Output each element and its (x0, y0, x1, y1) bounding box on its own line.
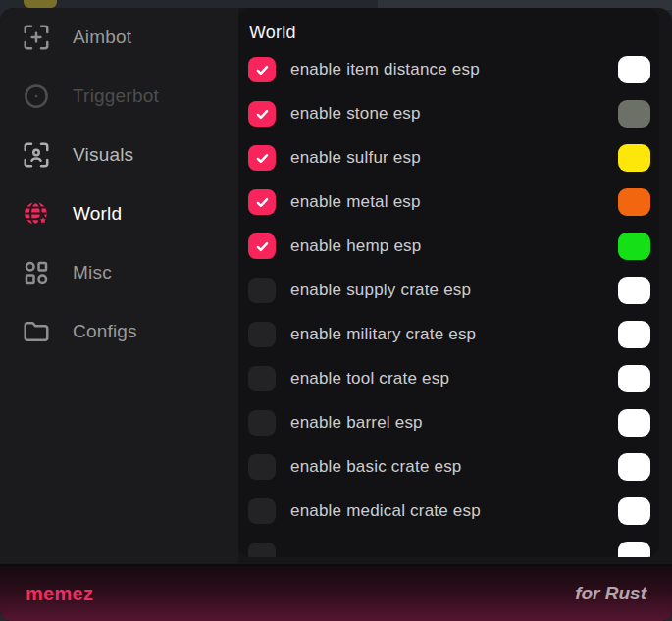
esp-row-label: enable military crate esp (290, 325, 476, 344)
esp-row-label: enable basic crate esp (290, 457, 462, 477)
sidebar-item-misc[interactable]: Misc (0, 243, 238, 302)
sidebar-item-label: World (73, 203, 122, 225)
esp-row: enable tool crate esp (248, 365, 650, 392)
esp-row-label: enable metal esp (290, 192, 421, 212)
color-swatch[interactable] (618, 100, 650, 128)
cheat-menu-window: AimbotTriggerbotVisualsWorldMiscConfigs … (0, 8, 672, 621)
color-swatch[interactable] (618, 497, 650, 525)
sidebar-item-configs[interactable]: Configs (0, 302, 238, 361)
esp-checkbox[interactable] (248, 454, 276, 480)
color-swatch[interactable] (618, 365, 650, 392)
esp-settings-list: enable item distance espenable stone esp… (238, 56, 659, 557)
esp-row-label: enable stone esp (290, 104, 421, 124)
sidebar-item-label: Configs (73, 321, 137, 342)
sidebar-item-triggerbot[interactable]: Triggerbot (0, 67, 238, 126)
sidebar-item-aimbot[interactable]: Aimbot (0, 8, 238, 67)
esp-row: enable supply crate esp (248, 277, 650, 304)
esp-row-label: enable tool crate esp (290, 369, 449, 388)
brand-name: memez (26, 583, 93, 605)
esp-row: enable medical crate esp (248, 497, 650, 525)
color-swatch[interactable] (618, 233, 650, 260)
esp-row-label: enable supply crate esp (290, 281, 471, 300)
esp-row-label: enable item distance esp (290, 60, 480, 79)
color-swatch[interactable] (618, 409, 650, 437)
sidebar: AimbotTriggerbotVisualsWorldMiscConfigs (0, 8, 238, 564)
sidebar-item-visuals[interactable]: Visuals (0, 126, 238, 184)
sidebar-item-world[interactable]: World (0, 184, 238, 243)
game-background-detail (24, 0, 57, 8)
esp-row-label: enable barrel esp (290, 413, 423, 433)
sidebar-item-label: Visuals (73, 144, 133, 166)
esp-checkbox[interactable] (248, 322, 276, 347)
esp-row: enable item distance esp (248, 56, 650, 83)
sidebar-item-label: Misc (73, 262, 112, 284)
color-swatch[interactable] (618, 56, 650, 83)
esp-checkbox[interactable] (248, 189, 276, 215)
color-swatch[interactable] (618, 144, 650, 172)
world-settings-panel: World enable item distance espenable sto… (238, 8, 659, 557)
esp-row: enable sulfur esp (248, 144, 650, 172)
esp-checkbox[interactable] (248, 145, 276, 171)
esp-row: enable barrel esp (248, 409, 650, 437)
color-swatch[interactable] (618, 453, 650, 481)
esp-checkbox[interactable] (248, 366, 276, 391)
footer-tagline: for Rust (575, 583, 646, 604)
color-swatch[interactable] (618, 188, 650, 216)
sidebar-item-label: Triggerbot (73, 85, 159, 107)
esp-checkbox[interactable] (248, 278, 276, 303)
esp-checkbox[interactable] (248, 498, 276, 524)
sidebar-nav: AimbotTriggerbotVisualsWorldMiscConfigs (0, 8, 238, 361)
configs-folder-icon (22, 317, 51, 346)
esp-checkbox[interactable] (248, 233, 276, 259)
esp-row-label: enable medical crate esp (290, 501, 481, 521)
footer-bar: memez for Rust (0, 564, 672, 621)
esp-row (248, 542, 650, 557)
color-swatch[interactable] (618, 321, 650, 348)
sidebar-item-label: Aimbot (73, 26, 131, 48)
esp-row: enable military crate esp (248, 321, 650, 348)
esp-checkbox[interactable] (248, 101, 276, 127)
esp-row: enable basic crate esp (248, 453, 650, 481)
esp-row-label: enable sulfur esp (290, 148, 421, 168)
world-globe-icon (22, 199, 51, 229)
esp-checkbox[interactable] (248, 410, 276, 436)
esp-row-label: enable hemp esp (290, 236, 421, 256)
misc-shapes-grid-icon (22, 258, 51, 287)
esp-row: enable hemp esp (248, 233, 650, 260)
color-swatch[interactable] (618, 542, 650, 557)
visuals-scan-face-icon (22, 140, 51, 170)
esp-row: enable metal esp (248, 188, 650, 216)
aimbot-crosshair-icon (22, 23, 51, 52)
color-swatch[interactable] (618, 277, 650, 304)
esp-checkbox[interactable] (248, 57, 276, 82)
triggerbot-circle-icon (22, 81, 51, 111)
panel-title: World (249, 23, 659, 43)
esp-row: enable stone esp (248, 100, 650, 128)
esp-checkbox[interactable] (248, 543, 276, 557)
